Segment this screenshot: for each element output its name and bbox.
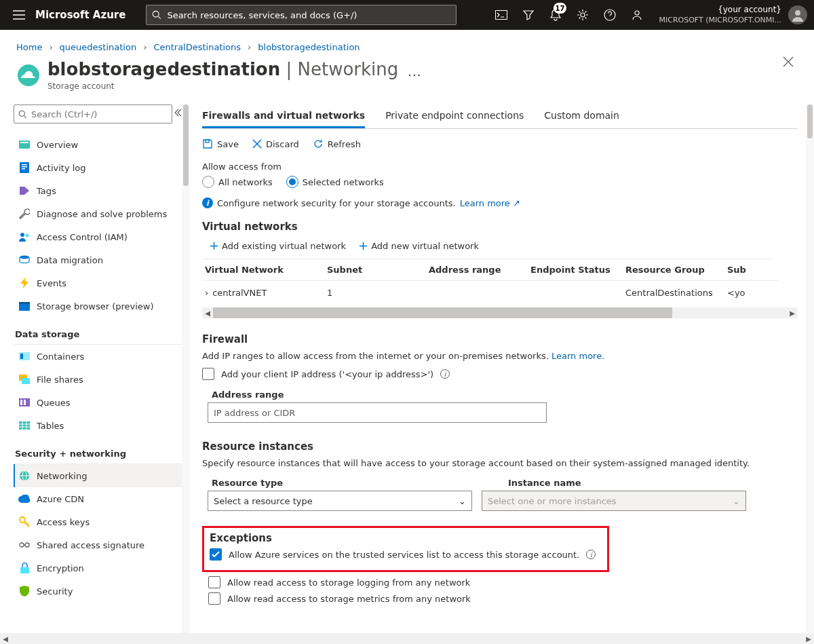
vnet-row[interactable]: ›centralVNET 1 CentralDestinations <yo [202,281,772,305]
global-search[interactable] [146,5,457,25]
sidebar-item-iam[interactable]: Access Control (IAM) [14,225,190,248]
svg-point-16 [20,256,29,259]
sidebar-item-containers[interactable]: Containers [14,345,190,368]
sidebar-item-events[interactable]: Events [14,271,190,295]
discard-icon [252,139,262,149]
save-button[interactable]: Save [202,138,239,149]
sidebar-item-browser[interactable]: Storage browser (preview) [14,295,190,318]
scroll-right-icon[interactable]: ▶ [803,633,814,644]
global-search-input[interactable] [166,10,450,21]
firewall-learn-more[interactable]: Learn more. [551,351,604,361]
scroll-left-icon[interactable]: ◀ [202,307,213,318]
resource-type-select[interactable]: Select a resource type⌄ [208,491,472,511]
resource-type-label: Resource type [212,478,283,488]
page-h-scrollbar[interactable]: ◀ ▶ [0,633,814,644]
svg-point-30 [20,543,24,547]
info-tooltip-icon[interactable]: i [586,550,596,559]
sidebar-item-security[interactable]: Security [14,580,190,603]
logging-checkbox[interactable] [208,576,220,588]
sidebar-item-tables[interactable]: Tables [14,414,190,437]
settings-icon[interactable] [569,0,596,30]
exceptions-highlight: Exceptions Allow Azure services on the t… [202,526,609,572]
plus-icon: + [209,240,219,252]
refresh-button[interactable]: Refresh [313,138,361,149]
svg-rect-13 [22,168,25,170]
firewall-heading: Firewall [202,333,798,345]
sidebar-scrollbar[interactable] [182,105,190,644]
notifications-icon[interactable]: 17 [542,0,569,30]
trusted-services-checkbox[interactable] [210,548,222,561]
account-block[interactable]: {your account} MICROSOFT (MICROSOFT.ONMI… [659,5,781,25]
sidebar-item-fileshares[interactable]: File shares [14,368,190,391]
refresh-icon [313,138,324,149]
discard-button[interactable]: Discard [252,139,299,149]
ip-range-input[interactable]: IP address or CIDR [208,402,547,423]
save-icon [202,138,213,149]
sidebar-item-overview[interactable]: Overview [14,133,190,156]
breadcrumb-item[interactable]: queuedestination [60,42,137,52]
sidebar-item-diagnose[interactable]: Diagnose and solve problems [14,202,190,225]
breadcrumb-home[interactable]: Home [16,42,42,52]
logging-label: Allow read access to storage logging fro… [227,577,470,588]
add-existing-vnet[interactable]: +Add existing virtual network [209,240,346,252]
add-new-vnet[interactable]: +Add new virtual network [358,240,479,252]
instance-name-select[interactable]: Select one or more instances⌄ [482,491,746,511]
sidebar-search[interactable] [14,105,172,124]
add-client-ip-checkbox[interactable] [202,368,214,380]
svg-rect-20 [20,354,23,359]
external-link-icon: ↗ [513,198,520,208]
browser-icon [18,299,31,313]
svg-point-14 [20,233,24,237]
cloud-shell-icon[interactable] [488,0,515,30]
svg-rect-26 [19,421,30,430]
search-icon [18,110,27,119]
notification-badge: 17 [554,3,567,14]
radio-all-networks[interactable]: All networks [202,176,273,188]
svg-point-7 [19,111,24,116]
breadcrumb-current[interactable]: blobstoragedestination [258,42,360,52]
sidebar-item-cdn[interactable]: Azure CDN [14,487,190,510]
tab-firewall[interactable]: Firewalls and virtual networks [202,105,365,128]
info-icon: i [202,197,213,208]
chevron-down-icon: ⌄ [733,496,740,506]
breadcrumb-item[interactable]: CentralDestinations [153,42,241,52]
sidebar-item-sas[interactable]: Shared access signature [14,533,190,556]
tab-private-endpoint[interactable]: Private endpoint connections [385,105,524,128]
tab-custom-domain[interactable]: Custom domain [544,105,619,128]
learn-more-link[interactable]: Learn more ↗ [460,198,520,208]
sidebar-search-input[interactable] [30,109,168,120]
page-title: blobstoragedestination | Networking [47,59,398,80]
more-menu[interactable]: ··· [408,68,421,82]
avatar[interactable] [788,5,807,24]
svg-rect-10 [20,162,29,173]
sidebar-item-migration[interactable]: Data migration [14,248,190,271]
page-subtitle: Storage account [47,81,398,91]
scroll-left-icon[interactable]: ◀ [0,633,11,644]
metrics-checkbox[interactable] [208,592,220,605]
sidebar-item-keys[interactable]: Access keys [14,510,190,533]
sidebar-item-tags[interactable]: Tags [14,179,190,202]
collapse-sidebar[interactable] [174,109,182,117]
container-icon [18,349,31,363]
directory-filter-icon[interactable] [515,0,542,30]
close-blade[interactable] [783,56,794,67]
account-tenant: MICROSOFT (MICROSOFT.ONMI... [659,16,781,25]
sidebar-item-activity[interactable]: Activity log [14,156,190,179]
chevron-right-icon[interactable]: › [205,288,208,298]
col-subnet: Subnet [324,259,426,281]
sidebar-item-networking[interactable]: Networking [14,464,190,487]
add-client-ip-label: Add your client IP address ('<your ip ad… [221,369,433,379]
scroll-right-icon[interactable]: ▶ [787,307,798,318]
table-icon [18,419,31,432]
info-tooltip-icon[interactable]: i [440,369,450,379]
svg-rect-18 [19,302,30,304]
feedback-icon[interactable] [623,0,651,30]
help-icon[interactable] [596,0,623,30]
hamburger-menu[interactable] [3,0,35,30]
radio-selected-networks[interactable]: Selected networks [286,176,384,188]
vnet-h-scrollbar[interactable]: ◀ ▶ [202,307,798,318]
sidebar-item-queues[interactable]: Queues [14,391,190,414]
instance-name-label: Instance name [508,478,581,488]
sidebar-item-encryption[interactable]: Encryption [14,556,190,580]
content-scrollbar[interactable] [806,105,814,644]
